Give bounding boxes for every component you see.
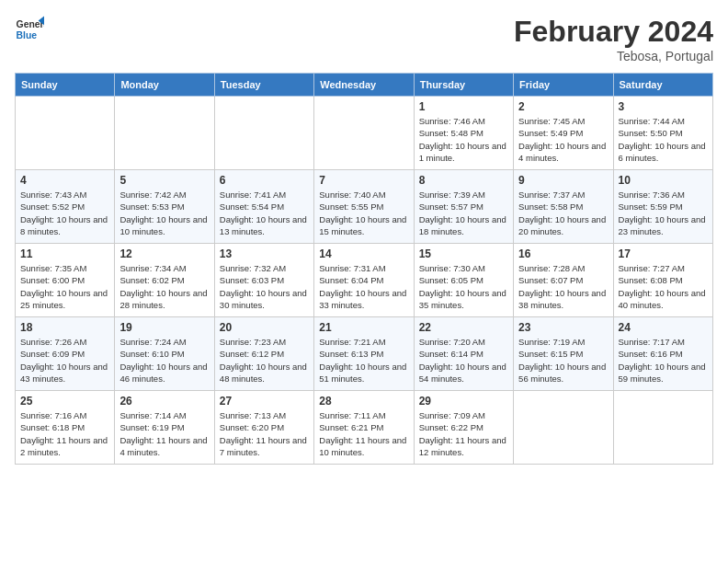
day-number: 16 (518, 247, 608, 260)
day-number: 2 (518, 100, 608, 113)
calendar-day-cell: 18Sunrise: 7:26 AM Sunset: 6:09 PM Dayli… (16, 317, 115, 391)
day-info: Sunrise: 7:31 AM Sunset: 6:04 PM Dayligh… (319, 262, 408, 311)
calendar-day-cell: 20Sunrise: 7:23 AM Sunset: 6:12 PM Dayli… (214, 317, 313, 391)
day-number: 17 (619, 247, 708, 260)
day-info: Sunrise: 7:41 AM Sunset: 5:54 PM Dayligh… (220, 189, 309, 237)
calendar-day-cell: 24Sunrise: 7:17 AM Sunset: 6:16 PM Dayli… (613, 317, 712, 391)
calendar-week-row: 18Sunrise: 7:26 AM Sunset: 6:09 PM Dayli… (16, 317, 713, 391)
day-info: Sunrise: 7:16 AM Sunset: 6:18 PM Dayligh… (20, 409, 109, 458)
calendar-week-row: 4Sunrise: 7:43 AM Sunset: 5:52 PM Daylig… (16, 170, 713, 244)
day-number: 6 (220, 174, 309, 187)
day-number: 8 (419, 174, 508, 187)
calendar-day-cell: 29Sunrise: 7:09 AM Sunset: 6:22 PM Dayli… (414, 391, 513, 465)
day-number: 5 (119, 174, 209, 187)
day-info: Sunrise: 7:11 AM Sunset: 6:21 PM Dayligh… (319, 409, 408, 458)
calendar-day-cell: 5Sunrise: 7:42 AM Sunset: 5:53 PM Daylig… (115, 170, 214, 244)
calendar-day-cell: 28Sunrise: 7:11 AM Sunset: 6:21 PM Dayli… (314, 391, 414, 465)
empty-day-cell (16, 97, 115, 170)
weekday-header: Tuesday (214, 74, 313, 97)
calendar-day-cell: 3Sunrise: 7:44 AM Sunset: 5:50 PM Daylig… (613, 97, 712, 170)
day-number: 1 (419, 100, 508, 113)
calendar-day-cell: 2Sunrise: 7:45 AM Sunset: 5:49 PM Daylig… (514, 97, 613, 170)
day-info: Sunrise: 7:39 AM Sunset: 5:57 PM Dayligh… (419, 189, 508, 237)
empty-day-cell (613, 391, 712, 465)
day-info: Sunrise: 7:34 AM Sunset: 6:02 PM Dayligh… (119, 262, 209, 311)
weekday-header: Monday (115, 74, 214, 97)
day-info: Sunrise: 7:19 AM Sunset: 6:15 PM Dayligh… (518, 336, 608, 385)
calendar-day-cell: 10Sunrise: 7:36 AM Sunset: 5:59 PM Dayli… (613, 170, 712, 244)
empty-day-cell (214, 97, 313, 170)
day-info: Sunrise: 7:44 AM Sunset: 5:50 PM Dayligh… (619, 115, 708, 164)
day-info: Sunrise: 7:40 AM Sunset: 5:55 PM Dayligh… (319, 189, 408, 237)
calendar-day-cell: 19Sunrise: 7:24 AM Sunset: 6:10 PM Dayli… (115, 317, 214, 391)
day-info: Sunrise: 7:30 AM Sunset: 6:05 PM Dayligh… (419, 262, 508, 311)
day-number: 29 (419, 395, 508, 408)
calendar-day-cell: 16Sunrise: 7:28 AM Sunset: 6:07 PM Dayli… (514, 244, 613, 317)
day-info: Sunrise: 7:46 AM Sunset: 5:48 PM Dayligh… (419, 115, 508, 164)
day-info: Sunrise: 7:42 AM Sunset: 5:53 PM Dayligh… (119, 189, 209, 237)
day-info: Sunrise: 7:24 AM Sunset: 6:10 PM Dayligh… (119, 336, 209, 385)
day-number: 20 (220, 321, 309, 334)
location-subtitle: Tebosa, Portugal (514, 49, 713, 63)
day-info: Sunrise: 7:20 AM Sunset: 6:14 PM Dayligh… (419, 336, 508, 385)
calendar-day-cell: 23Sunrise: 7:19 AM Sunset: 6:15 PM Dayli… (514, 317, 613, 391)
day-info: Sunrise: 7:32 AM Sunset: 6:03 PM Dayligh… (220, 262, 309, 311)
day-info: Sunrise: 7:45 AM Sunset: 5:49 PM Dayligh… (518, 115, 608, 164)
weekday-header: Sunday (16, 74, 115, 97)
day-number: 22 (419, 321, 508, 334)
day-number: 27 (220, 395, 309, 408)
day-number: 14 (319, 247, 408, 260)
calendar-day-cell: 15Sunrise: 7:30 AM Sunset: 6:05 PM Dayli… (414, 244, 513, 317)
day-info: Sunrise: 7:37 AM Sunset: 5:58 PM Dayligh… (518, 189, 608, 237)
calendar-day-cell: 12Sunrise: 7:34 AM Sunset: 6:02 PM Dayli… (115, 244, 214, 317)
day-number: 18 (20, 321, 109, 334)
day-number: 3 (619, 100, 708, 113)
weekday-header: Wednesday (314, 74, 414, 97)
empty-day-cell (115, 97, 214, 170)
day-number: 11 (20, 247, 109, 260)
calendar-day-cell: 26Sunrise: 7:14 AM Sunset: 6:19 PM Dayli… (115, 391, 214, 465)
calendar-day-cell: 21Sunrise: 7:21 AM Sunset: 6:13 PM Dayli… (314, 317, 414, 391)
calendar-table: SundayMondayTuesdayWednesdayThursdayFrid… (15, 73, 713, 465)
day-number: 15 (419, 247, 508, 260)
logo-icon: General Blue (15, 15, 44, 44)
day-number: 9 (518, 174, 608, 187)
title-area: February 2024 Tebosa, Portugal (514, 15, 713, 63)
svg-text:Blue: Blue (17, 30, 38, 40)
calendar-day-cell: 17Sunrise: 7:27 AM Sunset: 6:08 PM Dayli… (613, 244, 712, 317)
day-number: 4 (20, 174, 109, 187)
day-number: 12 (119, 247, 209, 260)
day-info: Sunrise: 7:36 AM Sunset: 5:59 PM Dayligh… (619, 189, 708, 237)
day-number: 13 (220, 247, 309, 260)
calendar-day-cell: 9Sunrise: 7:37 AM Sunset: 5:58 PM Daylig… (514, 170, 613, 244)
day-number: 25 (20, 395, 109, 408)
day-info: Sunrise: 7:35 AM Sunset: 6:00 PM Dayligh… (20, 262, 109, 311)
day-info: Sunrise: 7:14 AM Sunset: 6:19 PM Dayligh… (119, 409, 209, 458)
calendar-week-row: 11Sunrise: 7:35 AM Sunset: 6:00 PM Dayli… (16, 244, 713, 317)
day-info: Sunrise: 7:43 AM Sunset: 5:52 PM Dayligh… (20, 189, 109, 237)
day-number: 26 (119, 395, 209, 408)
day-info: Sunrise: 7:21 AM Sunset: 6:13 PM Dayligh… (319, 336, 408, 385)
day-info: Sunrise: 7:27 AM Sunset: 6:08 PM Dayligh… (619, 262, 708, 311)
calendar-day-cell: 4Sunrise: 7:43 AM Sunset: 5:52 PM Daylig… (16, 170, 115, 244)
weekday-header: Saturday (613, 74, 712, 97)
logo: General Blue (15, 15, 44, 44)
calendar-day-cell: 6Sunrise: 7:41 AM Sunset: 5:54 PM Daylig… (214, 170, 313, 244)
day-info: Sunrise: 7:13 AM Sunset: 6:20 PM Dayligh… (220, 409, 309, 458)
calendar-day-cell: 22Sunrise: 7:20 AM Sunset: 6:14 PM Dayli… (414, 317, 513, 391)
day-number: 10 (619, 174, 708, 187)
day-number: 19 (119, 321, 209, 334)
empty-day-cell (314, 97, 414, 170)
calendar-week-row: 25Sunrise: 7:16 AM Sunset: 6:18 PM Dayli… (16, 391, 713, 465)
calendar-day-cell: 11Sunrise: 7:35 AM Sunset: 6:00 PM Dayli… (16, 244, 115, 317)
day-number: 28 (319, 395, 408, 408)
calendar-day-cell: 8Sunrise: 7:39 AM Sunset: 5:57 PM Daylig… (414, 170, 513, 244)
calendar-day-cell: 7Sunrise: 7:40 AM Sunset: 5:55 PM Daylig… (314, 170, 414, 244)
calendar-day-cell: 14Sunrise: 7:31 AM Sunset: 6:04 PM Dayli… (314, 244, 414, 317)
header: General Blue February 2024 Tebosa, Portu… (15, 15, 713, 63)
day-info: Sunrise: 7:26 AM Sunset: 6:09 PM Dayligh… (20, 336, 109, 385)
weekday-header: Thursday (414, 74, 513, 97)
day-info: Sunrise: 7:09 AM Sunset: 6:22 PM Dayligh… (419, 409, 508, 458)
calendar-week-row: 1Sunrise: 7:46 AM Sunset: 5:48 PM Daylig… (16, 97, 713, 170)
day-number: 23 (518, 321, 608, 334)
